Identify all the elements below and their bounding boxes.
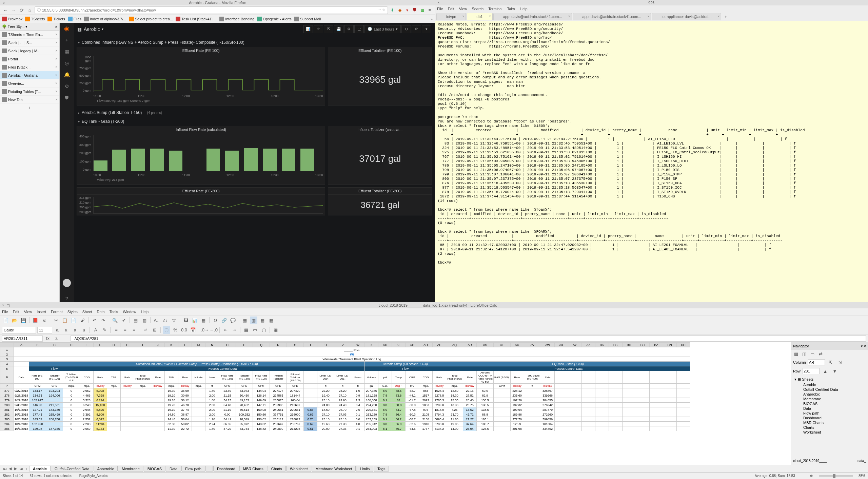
menu-window[interactable]: Window bbox=[123, 310, 136, 314]
navigator-sheet-item[interactable]: MBR Charts bbox=[798, 420, 865, 425]
bg-color-button[interactable]: ▢ bbox=[260, 326, 268, 334]
row-header[interactable]: ▾Combined Influent (RAW NS + Aerobic Sum… bbox=[77, 38, 432, 47]
reload-button[interactable]: ⟳ bbox=[18, 7, 25, 14]
hyperlink-button[interactable]: 🔗 bbox=[220, 317, 228, 324]
zoom-out-button[interactable]: ⊖ bbox=[401, 25, 411, 33]
ublock-icon[interactable]: ⛊ bbox=[412, 7, 418, 13]
pocket-icon[interactable]: ▾ bbox=[404, 7, 410, 13]
navigator-tree[interactable]: ▾ ▦ Sheets AerobicOutfall-Certified Data… bbox=[791, 376, 868, 458]
strike-button[interactable]: a bbox=[80, 326, 87, 334]
nav-up-icon[interactable]: ▲ bbox=[822, 367, 829, 375]
shield-icon[interactable]: ⛊ bbox=[63, 94, 70, 101]
equals-button[interactable]: = bbox=[62, 335, 69, 342]
help-icon[interactable]: ? bbox=[63, 295, 70, 302]
tree-tab[interactable]: Aerobic - Grafana× bbox=[0, 71, 59, 79]
sheet-prev-button[interactable]: ◀ bbox=[7, 466, 13, 471]
close-icon[interactable]: × bbox=[55, 49, 57, 53]
sheet-tab[interactable]: Membrane bbox=[118, 466, 143, 472]
bookmark-item[interactable]: Select project to crea... bbox=[129, 17, 173, 21]
info-icon[interactable]: ⓘ bbox=[37, 7, 41, 13]
download-icon[interactable]: ⬇ bbox=[389, 7, 395, 13]
close-icon[interactable]: × bbox=[3, 1, 5, 6]
star-button[interactable]: ☆ bbox=[314, 25, 323, 33]
sheet-tab[interactable]: BIOGAS bbox=[144, 466, 165, 472]
menu-file[interactable]: File bbox=[2, 310, 8, 314]
tree-tab[interactable]: Portal× bbox=[0, 55, 59, 63]
back-button[interactable]: ← bbox=[2, 7, 9, 14]
close-icon[interactable]: × bbox=[55, 90, 57, 93]
close-icon[interactable]: × bbox=[55, 65, 57, 69]
dashboard-title[interactable]: ▦ Aerobic ▾ bbox=[77, 26, 103, 32]
bookmark-item[interactable]: Task List [Stack41] ... bbox=[176, 17, 217, 21]
close-icon[interactable]: × ▢ bbox=[2, 303, 10, 308]
new-tab-button[interactable]: + bbox=[0, 104, 59, 112]
nav-content-icon[interactable]: ▦ bbox=[792, 350, 800, 358]
copy-button[interactable]: 📋 bbox=[61, 317, 68, 324]
cycle-view-button[interactable]: 🖵 bbox=[354, 25, 364, 33]
font-color-button[interactable]: A bbox=[92, 326, 99, 334]
filter-button[interactable]: ▽ bbox=[170, 317, 178, 324]
pivot-button[interactable]: ▦ bbox=[200, 317, 207, 324]
navigator-sheet-item[interactable]: Dashboard bbox=[798, 416, 865, 420]
sheet-tab[interactable]: Aerobic bbox=[29, 466, 51, 472]
explore-icon[interactable]: ◎ bbox=[63, 60, 70, 66]
tree-tab[interactable]: Overvie...× bbox=[0, 79, 59, 88]
sheet-tab[interactable]: MBR Charts bbox=[239, 466, 267, 472]
align-right-button[interactable]: ≡ bbox=[130, 326, 138, 334]
indent-dec-button[interactable]: ⇤ bbox=[222, 326, 229, 334]
navigator-sheet-item[interactable]: Outfall-Certified Data bbox=[798, 387, 865, 392]
share-button[interactable]: ⇱ bbox=[324, 25, 333, 33]
close-icon[interactable]: × bbox=[55, 81, 57, 85]
bookmarks-overflow-icon[interactable]: » bbox=[431, 17, 433, 21]
close-icon[interactable]: × bbox=[55, 73, 57, 77]
dashboard-icon[interactable]: ▦ bbox=[63, 48, 70, 55]
sheet-last-button[interactable]: ⏭ bbox=[18, 467, 24, 471]
terminal-tab[interactable]: iot-appliance: davis@acidrai...× bbox=[652, 13, 721, 20]
menu-search[interactable]: Search bbox=[472, 7, 484, 11]
menu-terminal[interactable]: Terminal bbox=[488, 7, 502, 11]
close-icon[interactable]: × bbox=[717, 15, 719, 18]
sheet-next-button[interactable]: ▶ bbox=[13, 466, 18, 471]
panel-influent-flow-rate[interactable]: Influent Flow Rate (calculated) 400 gpm3… bbox=[77, 126, 325, 185]
nav-down-icon[interactable]: ▼ bbox=[831, 367, 839, 375]
save-button[interactable]: 💾 bbox=[20, 317, 27, 324]
align-center-button[interactable]: ≡ bbox=[121, 326, 129, 334]
menu-tools[interactable]: Tools bbox=[110, 310, 118, 314]
close-icon[interactable]: × bbox=[55, 41, 57, 44]
menu-sheet[interactable]: Sheet bbox=[82, 310, 92, 314]
formula-input[interactable] bbox=[71, 336, 866, 342]
menu-format[interactable]: Format bbox=[51, 310, 63, 314]
grafana-logo-icon[interactable]: ◉ bbox=[63, 25, 70, 32]
pdf-button[interactable]: 📕 bbox=[32, 317, 39, 324]
wrap-button[interactable]: ↵ bbox=[142, 326, 150, 334]
close-icon[interactable]: × bbox=[55, 98, 57, 101]
close-icon[interactable]: × bbox=[55, 57, 57, 61]
font-size-selector[interactable] bbox=[37, 327, 52, 333]
nav-end-icon[interactable]: ⇲ bbox=[836, 359, 844, 366]
undo-button[interactable]: ↶ bbox=[91, 317, 98, 324]
split-button[interactable]: ▦ bbox=[259, 317, 266, 324]
bookmark-item[interactable]: Support Mail bbox=[294, 17, 321, 21]
menu-help[interactable]: Help bbox=[141, 310, 149, 314]
col-button[interactable]: ▥ bbox=[141, 317, 148, 324]
terminal-tab[interactable]: app: davis@acidrain.stack41.com...× bbox=[573, 13, 651, 20]
panel-effluent-rate-100[interactable]: Effluent Rate (FE-100) 1000 gpm750 gpm50… bbox=[77, 47, 325, 106]
sheet-tab[interactable] bbox=[205, 466, 213, 472]
refresh-interval-button[interactable]: ▾ bbox=[422, 25, 431, 33]
currency-button[interactable]: ▢ bbox=[163, 326, 170, 334]
chart-button[interactable]: 📊 bbox=[191, 317, 198, 324]
remove-decimal-button[interactable]: ←.0 bbox=[210, 326, 217, 334]
tree-tab[interactable]: TSheets :: Time En...× bbox=[0, 31, 59, 39]
cut-button[interactable]: ✂ bbox=[52, 317, 60, 324]
conditional-button[interactable]: ▦ bbox=[272, 326, 279, 334]
sheet-add-button[interactable]: + bbox=[24, 467, 29, 471]
tree-tab[interactable]: New Tab× bbox=[0, 96, 59, 104]
italic-button[interactable]: a bbox=[62, 326, 70, 334]
sheet-tab[interactable]: Dashboard bbox=[213, 466, 239, 472]
row-header[interactable]: ▸Aerobic Sump (Lift Station T-150) (4 pa… bbox=[77, 108, 432, 117]
close-icon[interactable]: × bbox=[55, 33, 57, 36]
refresh-button[interactable]: ⟳ bbox=[412, 25, 421, 33]
sort-desc-button[interactable]: Z↓ bbox=[161, 317, 169, 324]
function-wizard-button[interactable]: fx bbox=[44, 335, 52, 342]
redo-button[interactable]: ↷ bbox=[99, 317, 107, 324]
